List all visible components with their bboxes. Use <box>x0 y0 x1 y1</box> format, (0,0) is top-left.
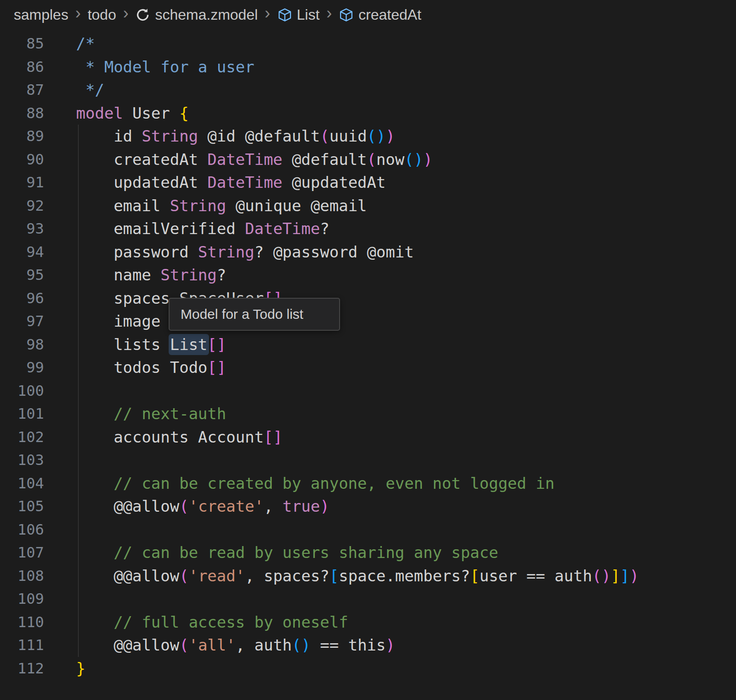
code-line[interactable]: 93 emailVerified DateTime? <box>0 217 736 241</box>
code-token: String <box>142 127 198 145</box>
line-number[interactable]: 89 <box>0 127 44 145</box>
code-token: String <box>160 266 217 284</box>
code-line[interactable]: 91 updatedAt DateTime @updatedAt <box>0 171 736 194</box>
code-line[interactable]: 90 createdAt DateTime @default(now()) <box>0 148 736 171</box>
line-number[interactable]: 108 <box>0 567 44 585</box>
code-token: == this <box>311 636 386 654</box>
code-line[interactable]: 102 accounts Account[] <box>0 426 736 449</box>
line-number[interactable]: 95 <box>0 266 44 284</box>
breadcrumb-item-samples[interactable]: samples <box>14 6 68 23</box>
line-number[interactable]: 97 <box>0 312 44 330</box>
line-number[interactable]: 98 <box>0 336 44 353</box>
breadcrumb-file-label: schema.zmodel <box>155 6 258 23</box>
code-token: ( <box>179 497 188 515</box>
line-number[interactable]: 88 <box>0 104 44 122</box>
code-token: uuid <box>330 127 367 145</box>
code-token: @id @default <box>198 127 320 145</box>
code-text: accounts Account[] <box>76 428 282 446</box>
code-token: @@allow <box>76 497 179 515</box>
code-line[interactable]: 88model User { <box>0 102 736 125</box>
code-token: [ <box>470 567 479 585</box>
code-line[interactable]: 99 todos Todo[] <box>0 356 736 379</box>
code-line[interactable]: 104 // can be created by anyone, even no… <box>0 472 736 495</box>
code-line[interactable]: 98 lists List[] <box>0 333 736 356</box>
code-text: @@allow('create', true) <box>76 497 330 515</box>
breadcrumb-item-todo[interactable]: todo <box>88 6 116 23</box>
line-number[interactable]: 106 <box>0 521 44 538</box>
code-token: () <box>592 567 611 585</box>
code-line[interactable]: 108 @@allow('read', spaces?[space.member… <box>0 564 736 588</box>
line-number[interactable]: 110 <box>0 613 44 631</box>
code-line[interactable]: 111 @@allow('all', auth() == this) <box>0 634 736 657</box>
breadcrumb-item-file[interactable]: schema.zmodel <box>135 6 258 23</box>
code-token: password <box>76 243 198 261</box>
line-number[interactable]: 94 <box>0 243 44 261</box>
line-number[interactable]: 91 <box>0 174 44 191</box>
code-token: // can be created by anyone, even not lo… <box>76 474 555 492</box>
code-text: emailVerified DateTime? <box>76 219 330 238</box>
code-line[interactable]: 94 password String? @password @omit <box>0 241 736 264</box>
code-token: @@allow <box>76 636 179 654</box>
model-cube-icon <box>339 7 354 22</box>
line-number[interactable]: 105 <box>0 498 44 515</box>
code-text: lists List[] <box>76 335 226 354</box>
code-token: @updatedAt <box>282 173 385 191</box>
model-cube-icon <box>277 7 292 22</box>
code-token: [ <box>330 567 339 585</box>
code-line[interactable]: 85/* <box>0 32 736 55</box>
code-line[interactable]: 100 <box>0 379 736 403</box>
code-editor[interactable]: 85/*86 * Model for a user87 */88model Us… <box>0 29 736 680</box>
code-token: 'create' <box>189 497 264 515</box>
line-number[interactable]: 111 <box>0 636 44 654</box>
line-number[interactable]: 112 <box>0 660 44 677</box>
code-line[interactable]: 110 // full access by oneself <box>0 611 736 634</box>
line-number[interactable]: 104 <box>0 475 44 492</box>
line-number[interactable]: 99 <box>0 359 44 376</box>
code-line[interactable]: 89 id String @id @default(uuid()) <box>0 125 736 148</box>
code-line[interactable]: 107 // can be read by users sharing any … <box>0 541 736 564</box>
line-number[interactable]: 96 <box>0 290 44 307</box>
line-number[interactable]: 86 <box>0 58 44 76</box>
code-lines: 85/*86 * Model for a user87 */88model Us… <box>0 32 736 680</box>
code-line[interactable]: 96 spaces SpaceUser[] <box>0 287 736 310</box>
code-text: image <box>76 312 160 330</box>
line-number[interactable]: 85 <box>0 35 44 52</box>
line-number[interactable]: 93 <box>0 220 44 237</box>
code-token: user == auth <box>479 567 592 585</box>
code-line[interactable]: 86 * Model for a user <box>0 55 736 79</box>
code-line[interactable]: 87 */ <box>0 78 736 102</box>
line-number[interactable]: 102 <box>0 428 44 446</box>
breadcrumb-item-symbol-createdat[interactable]: createdAt <box>339 6 421 23</box>
line-number[interactable]: 87 <box>0 81 44 98</box>
code-text: email String @unique @email <box>76 197 367 215</box>
code-line[interactable]: 95 name String? <box>0 263 736 287</box>
line-number[interactable]: 103 <box>0 451 44 469</box>
breadcrumb-item-symbol-list[interactable]: List <box>277 6 320 23</box>
code-token: } <box>76 659 85 678</box>
line-number[interactable]: 90 <box>0 151 44 168</box>
line-number[interactable]: 92 <box>0 197 44 214</box>
code-token: , spaces? <box>245 567 329 585</box>
line-number[interactable]: 109 <box>0 590 44 607</box>
code-token: 'read' <box>189 567 245 585</box>
code-line[interactable]: 112} <box>0 657 736 680</box>
code-line[interactable]: 109 <box>0 587 736 611</box>
code-token: 'all' <box>189 636 236 654</box>
code-line[interactable]: 101 // next-auth <box>0 402 736 426</box>
code-line[interactable]: 103 <box>0 448 736 472</box>
line-number[interactable]: 107 <box>0 544 44 561</box>
code-token: emailVerified <box>76 219 245 238</box>
code-text: // can be read by users sharing any spac… <box>76 543 498 562</box>
code-line[interactable]: 97 image <box>0 310 736 333</box>
code-token: name <box>76 266 160 284</box>
code-line[interactable]: 106 <box>0 518 736 541</box>
code-text: model User { <box>76 104 189 122</box>
code-text: * Model for a user <box>76 58 254 76</box>
line-number[interactable]: 100 <box>0 382 44 399</box>
code-token: accounts Account <box>76 428 264 446</box>
code-token: () <box>404 150 423 169</box>
line-number[interactable]: 101 <box>0 405 44 422</box>
code-line[interactable]: 105 @@allow('create', true) <box>0 495 736 518</box>
code-line[interactable]: 92 email String @unique @email <box>0 194 736 218</box>
code-token: @@allow <box>76 567 179 585</box>
